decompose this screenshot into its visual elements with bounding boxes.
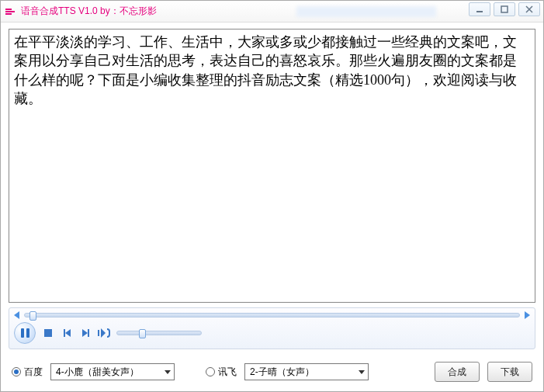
bottom-controls: 百度 4-小鹿（甜美女声） 讯飞 2-子晴（女声） 合成 下载 [9, 354, 535, 383]
controls-row [14, 322, 530, 344]
volume-thumb[interactable] [139, 329, 146, 338]
radio-dot-icon [12, 367, 21, 376]
progress-row [14, 311, 530, 319]
audio-player [9, 307, 535, 349]
pause-icon [21, 328, 29, 338]
stop-icon [44, 329, 52, 337]
download-label: 下载 [501, 366, 519, 379]
synthesize-label: 合成 [448, 366, 466, 379]
progress-thumb[interactable] [29, 311, 36, 321]
chevron-down-icon [165, 370, 171, 374]
baidu-voice-value: 4-小鹿（甜美女声） [56, 366, 139, 379]
baidu-voice-select[interactable]: 4-小鹿（甜美女声） [50, 363, 175, 380]
title-blur-region [296, 6, 436, 17]
synthesize-button[interactable]: 合成 [435, 362, 480, 382]
engine-baidu-radio[interactable]: 百度 [12, 366, 43, 379]
stop-button[interactable] [42, 327, 54, 339]
titlebar: 语音合成TTS V1.0 by：不忘形影 [1, 1, 543, 23]
chevron-down-icon [359, 370, 365, 374]
close-button[interactable] [518, 2, 540, 16]
volume-icon[interactable] [98, 327, 110, 339]
seek-back-icon[interactable] [14, 311, 19, 319]
download-button[interactable]: 下载 [487, 362, 532, 382]
text-input[interactable] [9, 29, 535, 303]
window-title: 语音合成TTS V1.0 by：不忘形影 [21, 5, 157, 18]
prev-button[interactable] [61, 327, 73, 339]
client-area: 百度 4-小鹿（甜美女声） 讯飞 2-子晴（女声） 合成 下载 [1, 23, 543, 391]
minimize-button[interactable] [469, 2, 490, 16]
engine-baidu-label: 百度 [24, 366, 43, 379]
maximize-button[interactable] [494, 2, 515, 16]
radio-dot-icon [206, 367, 215, 376]
seek-forward-icon[interactable] [525, 311, 530, 319]
window-buttons [469, 2, 540, 16]
next-button[interactable] [79, 327, 92, 339]
engine-xunfei-label: 讯飞 [218, 366, 237, 379]
xunfei-voice-value: 2-子晴（女声） [250, 366, 314, 379]
progress-track[interactable] [24, 313, 520, 317]
play-pause-button[interactable] [14, 322, 36, 344]
engine-xunfei-radio[interactable]: 讯飞 [206, 366, 237, 379]
xunfei-voice-select[interactable]: 2-子晴（女声） [244, 363, 369, 380]
app-window: 语音合成TTS V1.0 by：不忘形影 [0, 0, 544, 392]
app-icon [4, 5, 16, 18]
svg-rect-1 [501, 6, 508, 12]
volume-track[interactable] [116, 331, 202, 335]
svg-rect-0 [476, 11, 483, 12]
